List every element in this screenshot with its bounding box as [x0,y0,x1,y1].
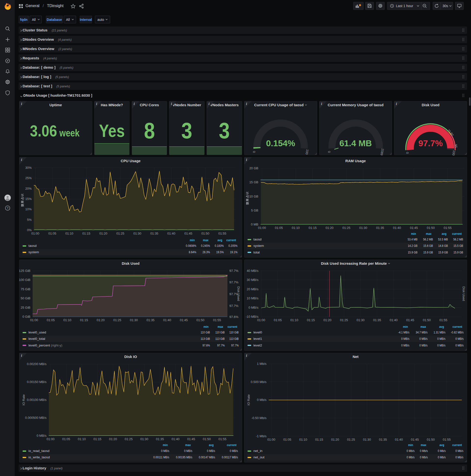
svg-text:i: i [171,102,172,106]
svg-text:i: i [21,102,22,106]
svg-text:i: i [134,102,135,106]
svg-text:i: i [208,102,209,106]
svg-text:i: i [96,102,97,106]
svg-text:?: ? [7,207,9,210]
